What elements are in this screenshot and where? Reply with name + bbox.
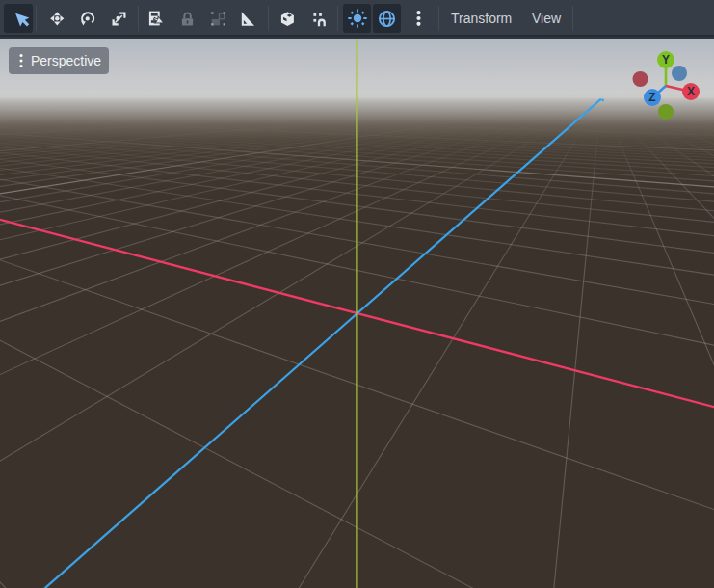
svg-text:Y: Y bbox=[662, 53, 670, 67]
svg-text:X: X bbox=[687, 85, 695, 98]
svg-text:Z: Z bbox=[648, 91, 655, 104]
